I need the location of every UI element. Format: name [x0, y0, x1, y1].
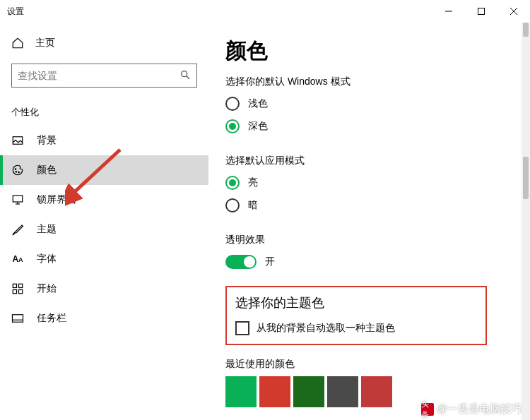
grid-icon [11, 282, 24, 295]
brush-icon [11, 223, 24, 236]
scroll-thumb-top[interactable] [523, 23, 529, 37]
radio-windows-light[interactable]: 浅色 [225, 97, 513, 111]
radio-label: 暗 [248, 199, 258, 212]
home-button[interactable]: 主页 [0, 30, 208, 56]
svg-rect-13 [13, 284, 16, 287]
monitor-icon [11, 193, 24, 206]
checkbox-label: 从我的背景自动选取一种主题色 [257, 322, 395, 335]
content-pane: 颜色 选择你的默认 Windows 模式 浅色 深色 选择默认应用模式 亮 暗 … [208, 23, 530, 420]
color-swatch[interactable] [327, 376, 358, 407]
windows-mode-heading: 选择你的默认 Windows 模式 [225, 76, 513, 88]
color-swatch[interactable] [225, 376, 257, 407]
sidebar-item-lockscreen[interactable]: 锁屏界面 [0, 185, 208, 215]
scroll-thumb[interactable] [523, 157, 529, 199]
sidebar-item-taskbar[interactable]: 任务栏 [0, 304, 208, 333]
page-title: 颜色 [225, 37, 513, 66]
toggle-switch [225, 255, 257, 269]
home-icon [11, 37, 24, 49]
color-swatch[interactable] [293, 376, 324, 407]
svg-rect-14 [19, 284, 23, 287]
svg-rect-6 [13, 137, 23, 145]
palette-icon [11, 164, 24, 176]
sidebar-item-start[interactable]: 开始 [0, 274, 208, 304]
toggle-state-label: 开 [265, 256, 275, 268]
maximize-button[interactable] [465, 0, 497, 23]
radio-label: 浅色 [248, 97, 268, 110]
radio-app-light[interactable]: 亮 [225, 176, 513, 190]
radio-icon [225, 97, 240, 111]
radio-windows-dark[interactable]: 深色 [225, 119, 513, 133]
accent-highlight-box: 选择你的主题色 从我的背景自动选取一种主题色 [225, 286, 487, 345]
font-icon: AA [11, 253, 24, 265]
accent-heading: 选择你的主题色 [235, 294, 477, 311]
app-mode-heading: 选择默认应用模式 [225, 155, 513, 167]
radio-icon [225, 198, 240, 212]
sidebar-item-background[interactable]: 背景 [0, 126, 208, 155]
svg-rect-10 [13, 196, 23, 202]
vertical-scrollbar[interactable] [522, 23, 530, 420]
search-field[interactable] [18, 70, 179, 81]
radio-icon [225, 119, 240, 133]
radio-icon [225, 176, 240, 190]
checkbox-icon [235, 321, 249, 335]
sidebar-item-label: 颜色 [37, 164, 57, 176]
sidebar-item-label: 开始 [37, 282, 57, 295]
minimize-button[interactable] [432, 0, 465, 23]
svg-rect-16 [19, 290, 23, 294]
watermark-logo: 头条 [421, 403, 434, 416]
color-swatch[interactable] [361, 376, 392, 407]
window-title: 设置 [7, 6, 432, 18]
svg-point-7 [15, 169, 16, 170]
svg-rect-15 [13, 290, 16, 294]
recent-colors-heading: 最近使用的颜色 [225, 358, 513, 371]
radio-app-dark[interactable]: 暗 [225, 198, 513, 212]
search-input[interactable] [11, 64, 197, 88]
svg-point-4 [182, 71, 187, 76]
sidebar-item-colors[interactable]: 颜色 [0, 155, 208, 185]
close-button[interactable] [497, 0, 530, 23]
titlebar: 设置 [0, 0, 530, 23]
sidebar-item-fonts[interactable]: AA 字体 [0, 244, 208, 274]
color-swatch[interactable] [259, 376, 290, 407]
radio-label: 深色 [248, 120, 268, 133]
sidebar-item-label: 任务栏 [37, 312, 66, 325]
taskbar-icon [11, 312, 24, 325]
image-icon [11, 134, 24, 147]
transparency-heading: 透明效果 [225, 234, 513, 246]
sidebar-item-label: 主题 [37, 223, 57, 236]
home-label: 主页 [35, 37, 55, 49]
watermark-text: @一丢丢电脑技巧 [437, 402, 522, 416]
svg-rect-1 [478, 8, 485, 15]
sidebar-item-label: 锁屏界面 [37, 193, 76, 206]
svg-point-9 [18, 172, 20, 173]
transparency-toggle[interactable]: 开 [225, 255, 513, 269]
sidebar-item-label: 字体 [37, 253, 57, 265]
svg-point-8 [16, 172, 17, 173]
svg-rect-17 [13, 315, 23, 323]
sidebar-item-label: 背景 [37, 134, 57, 147]
sidebar-item-themes[interactable]: 主题 [0, 215, 208, 244]
search-icon [179, 69, 191, 83]
svg-line-5 [187, 76, 189, 79]
auto-accent-checkbox[interactable]: 从我的背景自动选取一种主题色 [235, 321, 477, 335]
watermark: 头条 @一丢丢电脑技巧 [421, 402, 522, 416]
radio-label: 亮 [248, 176, 258, 189]
section-heading: 个性化 [0, 102, 208, 126]
sidebar: 主页 个性化 背景 颜色 锁屏界面 主题 AA 字体 [0, 23, 208, 420]
